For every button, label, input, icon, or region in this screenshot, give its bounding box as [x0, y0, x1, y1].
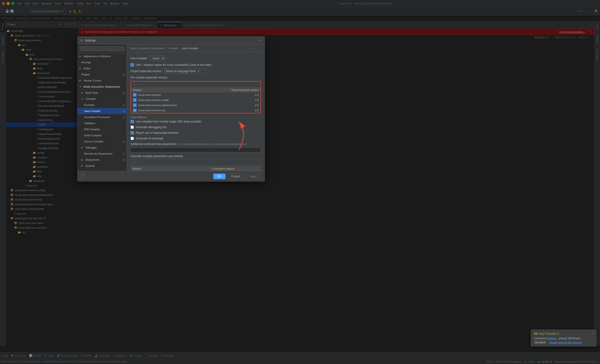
bytecode-col-version-header: Target bytecode version: [226, 89, 259, 91]
generate-debug-label: Generate debugging info: [136, 126, 167, 129]
nav-remote-jar[interactable]: Remote Jar Repositories ◫: [78, 151, 127, 157]
bytecode-version-4: 1.8: [226, 109, 259, 112]
use-module-target-checkbox[interactable]: [131, 120, 134, 123]
key-promoter-title-text: Key Promoter X: [539, 332, 559, 336]
bytecode-version-3: 1.8: [226, 104, 259, 107]
key-promoter-settings-link[interactable]: Settings...: [547, 337, 558, 340]
report-deprecated-checkbox[interactable]: [131, 131, 134, 135]
use-compiler-select[interactable]: Javac: [150, 56, 165, 61]
key-promoter-close[interactable]: ×: [592, 332, 593, 336]
generate-debug-row: Generate debugging info: [131, 126, 261, 129]
nav-vcs[interactable]: ▶ Version Control: [78, 78, 127, 84]
project-bytecode-select[interactable]: Same as language level ▼: [164, 69, 206, 73]
no-warnings-checkbox[interactable]: [131, 137, 134, 140]
nav-android[interactable]: ▶ Android: [78, 163, 127, 169]
bytecode-module-3: cloud-card-common-elasticsearch: [138, 104, 226, 107]
settings-content-area: Use compiler: Javac Use '--release' opti…: [127, 52, 265, 171]
use-module-target-label: Use compiler from module target JDK when…: [136, 120, 201, 123]
nav-deployment-label: Deployment: [85, 158, 99, 161]
key-promoter-body: Command Settings... missed 168 time(s): [534, 337, 593, 340]
use-release-checkbox[interactable]: [131, 63, 134, 66]
nav-build-tools[interactable]: ▶ Build Tools ◫: [78, 90, 127, 96]
nav-editor[interactable]: ▶ Editor: [78, 65, 127, 72]
override-remove-btn[interactable]: −: [138, 160, 142, 164]
nav-groovy[interactable]: Groovy Compiler ◫: [78, 138, 127, 145]
nav-compiler[interactable]: ▼ Compiler: [78, 96, 127, 102]
bc-build[interactable]: Build, Execution, Deployment: [131, 47, 164, 50]
per-module-label: Per-module bytecode version:: [131, 76, 261, 79]
override-add-btn[interactable]: +: [132, 160, 136, 164]
bc-java-compiler: Java Compiler: [182, 47, 198, 50]
nav-kotlin-label: Kotlin Compiler: [84, 134, 102, 137]
nav-build-tools-label: Build Tools: [85, 91, 98, 94]
key-promoter-missed: missed 168 time(s): [559, 337, 581, 340]
bc-compiler[interactable]: Compiler: [168, 47, 178, 50]
cancel-button[interactable]: Cancel: [227, 173, 244, 179]
nav-java-compiler[interactable]: Java Compiler ◫: [78, 108, 127, 114]
dialog-overlay: ⚙ Settings × ▶ Appearance & Behavior Key…: [0, 0, 600, 364]
settings-search-container: [78, 45, 127, 53]
key-promoter-title: ⌨ Key Promoter X ×: [534, 332, 593, 336]
project-bytecode-dropdown-icon: ▼: [197, 70, 200, 73]
nav-validation[interactable]: Validation: [78, 120, 127, 126]
nav-build[interactable]: ▼ Build, Execution, Deployment: [78, 84, 127, 90]
override-header: Module Compilation options: [131, 166, 261, 171]
nav-keymap[interactable]: Keymap: [78, 59, 127, 65]
nav-android-label: Android: [85, 164, 94, 167]
use-release-label: Use '--release' option for cross-compila…: [136, 63, 211, 66]
bytecode-version-2: 1.8: [226, 99, 259, 101]
settings-content-panel: Build, Execution, Deployment › Compiler …: [127, 45, 265, 171]
nav-appearance[interactable]: ▶ Appearance & Behavior: [78, 53, 127, 59]
nav-annotation-label: Annotation Processors: [84, 116, 110, 118]
settings-breadcrumb: Build, Execution, Deployment › Compiler …: [127, 45, 265, 52]
nav-debugger[interactable]: ▶ Debugger: [78, 145, 127, 151]
bytecode-add-btn[interactable]: +: [132, 82, 137, 87]
bytecode-remove-btn[interactable]: −: [138, 82, 142, 87]
bc-nav-fwd[interactable]: →: [253, 47, 256, 50]
dialog-close-button[interactable]: ×: [257, 38, 262, 43]
nav-kotlin[interactable]: Kotlin Compiler: [78, 132, 127, 138]
report-deprecated-row: Report use of deprecated features: [131, 131, 261, 135]
settings-icon: ⚙: [80, 39, 83, 42]
nav-debugger-label: Debugger: [85, 146, 97, 149]
nav-deployment[interactable]: ▶ Deployment ◫: [78, 157, 127, 163]
bytecode-row-2[interactable]: m cloud-card-common-config 1.8: [131, 97, 260, 103]
nav-annotation[interactable]: Annotation Processors ◫: [78, 114, 127, 120]
override-table: Module Compilation options m cloud-card-…: [131, 166, 261, 171]
bytecode-row-3[interactable]: m cloud-card-common-elasticsearch 1.8: [131, 103, 260, 108]
nav-groovy-label: Groovy Compiler: [84, 140, 103, 143]
module-icon-2: m: [133, 98, 137, 102]
module-icon-3: m: [133, 103, 137, 107]
override-label: Override compiler parameters per-module:: [131, 155, 261, 158]
key-promoter-shortcut-row: Ctrl+Alt+S Disable alert for this shortc…: [534, 341, 593, 344]
nav-remote-jar-label: Remote Jar Repositories: [84, 152, 112, 155]
nav-plugins[interactable]: Plugins ⚙: [78, 72, 127, 78]
apply-button[interactable]: Apply: [246, 173, 261, 179]
cmd-params-input[interactable]: [131, 147, 261, 152]
nav-java-compiler-label: Java Compiler: [84, 110, 101, 112]
override-toolbar: + −: [131, 159, 261, 165]
bc-nav-back[interactable]: ←: [248, 47, 251, 50]
module-icon-1: m: [133, 93, 137, 97]
nav-rmi[interactable]: RMI Compiler: [78, 126, 127, 132]
bytecode-module-4: cloud-card-common-mq: [138, 109, 226, 112]
settings-search-input[interactable]: [79, 46, 125, 51]
nav-excludes[interactable]: Excludes ◫: [78, 102, 127, 108]
project-bytecode-label: Project bytecode version:: [131, 70, 162, 73]
use-module-target-row: Use compiler from module target JDK when…: [131, 120, 261, 123]
dialog-title: Settings: [85, 39, 257, 42]
bc-menu[interactable]: ⋯: [258, 47, 261, 50]
key-promoter-shortcut: Ctrl+Alt+S: [534, 341, 547, 344]
help-button[interactable]: ?: [80, 173, 85, 179]
bytecode-module-1: cloud-card-common: [138, 93, 226, 96]
bytecode-col-module-header: Module: [133, 89, 226, 91]
bytecode-version-1: 1.8: [226, 93, 259, 96]
nav-compiler-label: Compiler: [85, 97, 96, 100]
nav-app-servers[interactable]: Application Servers: [78, 169, 127, 171]
ok-button[interactable]: OK: [213, 173, 225, 179]
generate-debug-checkbox[interactable]: [131, 126, 134, 129]
nav-keymap-label: Keymap: [81, 61, 91, 64]
bytecode-row-4[interactable]: m cloud-card-common-mq 1.8: [131, 108, 260, 113]
bytecode-row-1[interactable]: m cloud-card-common 1.8: [131, 92, 260, 97]
key-promoter-disable[interactable]: Disable alert for this shortcut: [549, 341, 582, 344]
